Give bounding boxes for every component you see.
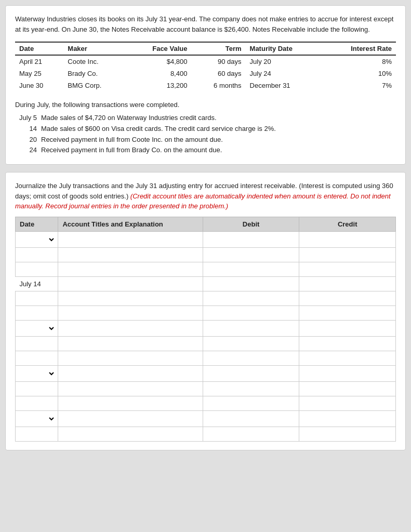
debit-input[interactable] [203,248,299,261]
note-face-value: $4,800 [127,55,192,68]
credit-input[interactable] [299,427,395,441]
journal-date-select[interactable]: July 5July 14July 20July 24July 31 [18,233,56,246]
credit-input[interactable] [299,262,395,276]
journal-date-select[interactable]: July 5July 14July 20July 24July 31 [18,367,56,380]
account-title-input[interactable] [58,262,202,276]
journal-table: Date Account Titles and Explanation Debi… [15,217,396,442]
debit-input[interactable] [203,322,299,335]
credit-input[interactable] [299,412,395,425]
credit-input[interactable] [299,337,395,350]
account-title-input[interactable] [58,291,202,305]
account-title-input[interactable] [58,412,202,425]
account-title-input[interactable] [58,337,202,350]
debit-input[interactable] [203,412,299,425]
debit-input[interactable] [203,277,299,290]
journal-row[interactable] [16,291,396,305]
journal-row[interactable] [16,262,396,276]
credit-input[interactable] [299,277,395,290]
bottom-card: Journalize the July transactions and the… [5,172,406,450]
account-title-input[interactable] [58,277,202,290]
debit-input[interactable] [203,291,299,305]
journal-row[interactable]: July 5July 14July 20July 24July 31 [16,410,396,427]
journal-date-select[interactable]: July 5July 14July 20July 24July 31 [18,322,56,335]
credit-input[interactable] [299,367,395,380]
credit-input[interactable] [299,291,395,305]
note-rate: 8% [322,55,396,68]
debit-input[interactable] [203,427,299,441]
credit-input[interactable] [299,248,395,261]
trans-date: 20 [15,135,41,145]
note-maker: BMG Corp. [63,79,126,91]
note-term: 6 months [191,79,245,91]
note-maturity: December 31 [246,79,322,91]
journal-row[interactable] [16,351,396,365]
journal-row[interactable] [16,381,396,396]
debit-input[interactable] [203,306,299,320]
instructions: Journalize the July transactions and the… [15,181,396,211]
journal-col-credit: Credit [299,217,396,231]
journal-row[interactable]: July 5July 14July 20July 24July 31 [16,365,396,381]
trans-desc: Received payment in full from Brady Co. … [41,145,396,156]
note-date: May 25 [15,68,63,79]
credit-input[interactable] [299,382,395,395]
account-title-input[interactable] [58,351,202,365]
journal-col-date: Date [16,217,58,231]
note-term: 60 days [191,68,245,79]
col-interest-rate: Interest Rate [322,42,396,55]
note-maker: Coote Inc. [63,55,126,68]
transactions-title: During July, the following transactions … [15,101,396,109]
trans-desc: Made sales of $4,720 on Waterway Industr… [41,113,396,124]
notes-table-row: April 21 Coote Inc. $4,800 90 days July … [15,55,396,68]
trans-date: July 5 [15,113,41,124]
col-term: Term [191,42,245,55]
journal-row[interactable] [16,305,396,320]
credit-input[interactable] [299,233,395,246]
note-face-value: 13,200 [127,79,192,91]
note-date: June 30 [15,79,63,91]
col-face-value: Face Value [127,42,192,55]
account-title-input[interactable] [58,306,202,320]
debit-input[interactable] [203,367,299,380]
journal-row[interactable]: July 5July 14July 20July 24July 31 [16,231,396,247]
note-maker: Brady Co. [63,68,126,79]
notes-table: Date Maker Face Value Term Maturity Date… [15,42,396,91]
journal-row[interactable] [16,396,396,410]
journal-row[interactable] [16,427,396,441]
debit-input[interactable] [203,382,299,395]
col-maturity: Maturity Date [246,42,322,55]
account-title-input[interactable] [58,382,202,395]
debit-input[interactable] [203,233,299,246]
trans-desc: Made sales of $600 on Visa credit cards.… [41,124,396,135]
account-title-input[interactable] [58,233,202,246]
trans-date: 24 [15,145,41,156]
account-title-input[interactable] [58,248,202,261]
journal-row[interactable]: July 5July 14July 20July 24July 31 [16,320,396,336]
transactions-list: July 5Made sales of $4,720 on Waterway I… [15,113,396,156]
note-face-value: 8,400 [127,68,192,79]
credit-input[interactable] [299,351,395,365]
journal-row[interactable]: July 14 [16,276,396,291]
debit-input[interactable] [203,396,299,410]
account-title-input[interactable] [58,396,202,410]
debit-input[interactable] [203,337,299,350]
transaction-item: 14Made sales of $600 on Visa credit card… [15,124,396,135]
transaction-item: 24Received payment in full from Brady Co… [15,145,396,156]
credit-input[interactable] [299,306,395,320]
intro-text: Waterway Industries closes its books on … [15,14,396,34]
note-maturity: July 20 [246,55,322,68]
account-title-input[interactable] [58,367,202,380]
journal-date-select[interactable]: July 5July 14July 20July 24July 31 [18,412,56,425]
note-maturity: July 24 [246,68,322,79]
debit-input[interactable] [203,262,299,276]
top-card: Waterway Industries closes its books on … [5,5,406,165]
trans-date: 14 [15,124,41,135]
account-title-input[interactable] [58,427,202,441]
journal-row[interactable] [16,247,396,262]
account-title-input[interactable] [58,322,202,335]
journal-date-label: July 14 [16,276,58,291]
debit-input[interactable] [203,351,299,365]
credit-input[interactable] [299,396,395,410]
credit-input[interactable] [299,322,395,335]
note-term: 90 days [191,55,245,68]
journal-row[interactable] [16,336,396,351]
